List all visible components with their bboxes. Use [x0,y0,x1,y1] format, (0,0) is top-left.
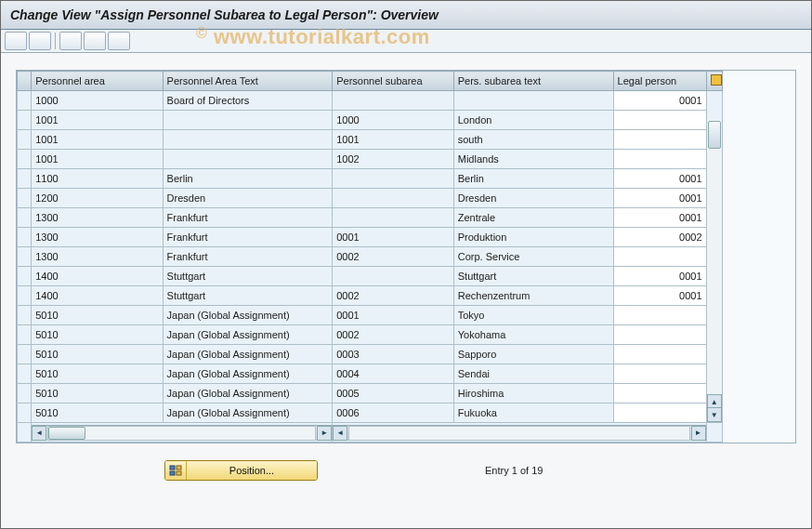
toolbar-button[interactable] [59,32,82,50]
cell-personnel-subarea [333,177,452,180]
table-row: 10011000London [18,111,723,130]
cell-legal-person-input[interactable] [614,345,706,364]
cell-personnel-subarea: 1002 [333,152,452,166]
table-row: 1300Frankfurt0001Produktion [18,228,723,247]
cell-legal-person-input[interactable] [614,286,706,305]
hscroll-track[interactable] [348,426,689,441]
vscroll-down-button[interactable]: ▼ [707,407,722,422]
cell-pers-subarea-text [454,99,613,102]
table-row: 5010Japan (Global Assignment)0001Tokyo [18,306,723,325]
cell-personnel-area: 1000 [32,93,162,108]
cell-legal-person-input[interactable] [614,403,706,422]
cell-personnel-area: 1001 [32,132,162,147]
toolbar-button[interactable] [29,32,51,50]
vscroll-track[interactable] [707,119,722,394]
cell-personnel-area-text: Berlin [164,171,333,186]
cell-legal-person-input[interactable] [614,189,706,207]
cell-legal-person-input[interactable] [614,169,706,188]
cell-personnel-area-text: Board of Directors [164,93,333,108]
svg-rect-1 [170,471,175,475]
cell-personnel-area: 5010 [32,405,162,420]
table-row: 1200DresdenDresden [18,189,723,208]
hscroll-left-button[interactable]: ◄ [32,426,46,441]
cell-personnel-area: 1001 [32,112,162,127]
toolbar-button[interactable] [5,32,27,50]
svg-rect-0 [170,466,175,469]
cell-pers-subarea-text: Midlands [454,152,613,166]
row-selector[interactable] [18,345,32,364]
toolbar-button[interactable] [84,32,106,50]
row-selector[interactable] [18,169,32,189]
toolbar-button[interactable] [108,32,130,50]
row-selector[interactable] [18,247,32,267]
cell-legal-person-input[interactable] [614,228,706,246]
hscroll-track[interactable] [47,426,316,441]
cell-legal-person-input[interactable] [614,247,706,266]
cell-personnel-subarea: 0006 [333,405,452,420]
cell-legal-person-input[interactable] [614,384,706,403]
cell-legal-person-input[interactable] [614,130,706,149]
configure-columns-icon[interactable] [706,72,722,91]
cell-personnel-area-text: Frankfurt [164,210,333,225]
row-selector[interactable] [18,91,32,111]
col-personnel-subarea[interactable]: Personnel subarea [333,72,453,91]
table-row: 1300Frankfurt0002Corp. Service [18,247,723,267]
cell-legal-person-input[interactable] [614,364,706,383]
row-selector[interactable] [18,208,32,228]
table-row: 1400StuttgartStuttgart [18,267,723,286]
cell-legal-person-input[interactable] [614,267,706,285]
cell-legal-person-input[interactable] [614,306,706,324]
cell-personnel-area: 1300 [32,249,162,264]
cell-pers-subarea-text: Berlin [454,171,613,186]
app-frame: Change View "Assign Personnel Subarea to… [0,0,812,529]
cell-legal-person-input[interactable] [614,208,706,227]
cell-legal-person-input[interactable] [614,150,706,168]
vscroll: ▲▲▼ [706,91,722,423]
hscroll-thumb[interactable] [48,427,85,440]
row-selector[interactable] [18,228,32,247]
table-row: 1400Stuttgart0002Rechenzentrum [18,286,723,306]
hscroll-right-button[interactable]: ► [691,426,706,441]
table-row: 5010Japan (Global Assignment)0003Sapporo [18,345,723,364]
cell-pers-subarea-text: Hiroshima [454,386,613,401]
cell-legal-person-input[interactable] [614,111,706,129]
col-legal-person[interactable]: Legal person [613,72,706,91]
row-selector[interactable] [18,150,32,169]
cell-legal-person-input[interactable] [614,91,706,110]
svg-rect-2 [177,466,181,469]
row-selector[interactable] [18,325,32,345]
cell-personnel-area-text: Stuttgart [164,288,333,303]
col-personnel-area-text[interactable]: Personnel Area Text [163,72,333,91]
cell-personnel-area: 5010 [32,366,162,381]
cell-personnel-area-text: Stuttgart [164,269,333,284]
hscroll-corner [706,423,722,443]
row-selector[interactable] [18,111,32,130]
cell-personnel-area-text: Japan (Global Assignment) [164,386,333,401]
cell-personnel-subarea [333,274,452,278]
row-selector[interactable] [18,130,32,150]
cell-personnel-area: 1300 [32,230,162,245]
row-selector-header[interactable] [18,72,32,91]
position-button[interactable]: Position... [164,460,318,481]
row-selector[interactable] [18,364,32,384]
hscroll-right-button[interactable]: ► [317,426,332,441]
cell-personnel-area-text: Frankfurt [164,230,333,245]
row-selector[interactable] [18,189,32,208]
col-pers-subarea-text[interactable]: Pers. subarea text [453,72,613,91]
table-row: 1000Board of Directors▲▲▼ [18,91,723,111]
row-selector[interactable] [18,286,32,306]
content-body: Personnel area Personnel Area Text Perso… [1,53,811,481]
cell-pers-subarea-text: Dresden [454,191,613,205]
cell-personnel-area-text: Japan (Global Assignment) [164,308,333,323]
row-selector[interactable] [18,267,32,286]
header-row: Personnel area Personnel Area Text Perso… [18,72,723,91]
cell-pers-subarea-text: Stuttgart [454,269,613,284]
col-personnel-area[interactable]: Personnel area [32,72,163,91]
row-selector[interactable] [18,384,32,403]
cell-legal-person-input[interactable] [614,325,706,344]
cell-personnel-area: 1400 [32,288,162,303]
vscroll-thumb[interactable] [708,121,721,149]
hscroll-left-button[interactable]: ◄ [333,426,347,441]
row-selector[interactable] [18,306,32,325]
row-selector[interactable] [18,403,32,423]
